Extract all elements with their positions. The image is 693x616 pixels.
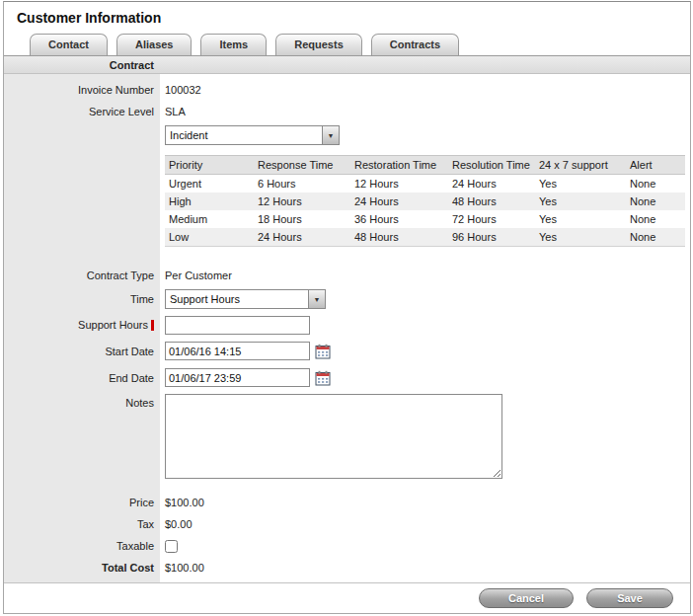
- invoice-number-value: 100032: [160, 79, 690, 101]
- time-label: Time: [4, 286, 160, 312]
- process-select[interactable]: Incident ▼: [165, 125, 340, 145]
- time-select[interactable]: Support Hours ▼: [165, 289, 326, 309]
- support-hours-row: Support Hours: [4, 312, 690, 338]
- price-value: $100.00: [160, 492, 690, 513]
- notes-label: Notes: [4, 391, 160, 486]
- action-bar: Cancel Save: [4, 582, 690, 613]
- tab-contracts[interactable]: Contracts: [371, 34, 459, 55]
- section-title: Contract: [4, 59, 160, 71]
- calendar-icon[interactable]: [315, 370, 331, 386]
- page-title: Customer Information: [4, 2, 690, 33]
- contract-type-row: Contract Type Per Customer: [4, 265, 690, 286]
- contract-section-header: Contract: [4, 56, 690, 74]
- end-date-label: End Date: [4, 364, 160, 391]
- sla-row: High12 Hours24 Hours48 HoursYesNone: [165, 192, 685, 210]
- time-row: Time Support Hours ▼: [4, 286, 690, 312]
- service-level-value: SLA: [160, 101, 690, 122]
- tax-row: Tax $0.00: [4, 513, 690, 535]
- contract-type-label: Contract Type: [4, 265, 160, 286]
- sla-column-header: Priority: [165, 156, 254, 175]
- required-marker: [151, 320, 154, 331]
- dropdown-arrow-icon: ▼: [322, 126, 339, 144]
- customer-information-page: Customer Information Contact Aliases Ite…: [3, 1, 691, 614]
- tab-requests[interactable]: Requests: [275, 34, 362, 55]
- total-cost-value: $100.00: [160, 557, 690, 578]
- end-date-input[interactable]: [165, 368, 310, 387]
- sla-column-header: 24 x 7 support: [535, 156, 626, 175]
- save-button[interactable]: Save: [586, 588, 673, 608]
- tab-contact[interactable]: Contact: [30, 34, 108, 55]
- service-level-label: Service Level: [4, 101, 160, 122]
- tab-bar: Contact Aliases Items Requests Contracts: [30, 34, 690, 55]
- sla-row: Urgent6 Hours12 Hours24 HoursYesNone: [165, 175, 685, 193]
- time-select-value: Support Hours: [166, 290, 308, 308]
- calendar-icon[interactable]: [315, 344, 331, 359]
- dropdown-arrow-icon: ▼: [308, 290, 325, 308]
- sla-header-row: PriorityResponse TimeRestoration TimeRes…: [165, 156, 685, 175]
- invoice-number-label: Invoice Number: [4, 79, 160, 101]
- taxable-checkbox[interactable]: [165, 540, 178, 553]
- start-date-label: Start Date: [4, 338, 160, 364]
- tax-value: $0.00: [160, 513, 690, 535]
- sla-table: PriorityResponse TimeRestoration TimeRes…: [165, 155, 685, 247]
- tab-items[interactable]: Items: [200, 34, 267, 55]
- sla-row: Medium18 Hours36 Hours72 HoursYesNone: [165, 210, 685, 228]
- sla-column-header: Restoration Time: [350, 156, 448, 175]
- sla-column-header: Alert: [626, 156, 685, 175]
- taxable-label: Taxable: [4, 535, 160, 557]
- support-hours-label: Support Hours: [78, 319, 148, 331]
- cancel-button[interactable]: Cancel: [479, 588, 574, 608]
- sla-table-row: PriorityResponse TimeRestoration TimeRes…: [4, 148, 690, 247]
- price-label: Price: [4, 492, 160, 513]
- support-hours-input[interactable]: [165, 316, 310, 335]
- total-cost-label: Total Cost: [4, 557, 160, 578]
- price-row: Price $100.00: [4, 492, 690, 513]
- contract-panel: Contract Invoice Number 100032 Service L…: [4, 55, 690, 586]
- contract-type-value: Per Customer: [160, 265, 690, 286]
- sla-column-header: Resolution Time: [448, 156, 535, 175]
- end-date-row: End Date: [4, 364, 690, 391]
- taxable-row: Taxable: [4, 535, 690, 557]
- sla-row: Low24 Hours48 Hours96 HoursYesNone: [165, 228, 685, 247]
- notes-row: Notes: [4, 391, 690, 486]
- sla-column-header: Response Time: [254, 156, 350, 175]
- start-date-row: Start Date: [4, 338, 690, 364]
- notes-textarea[interactable]: [165, 394, 502, 479]
- process-select-row: Incident ▼: [4, 122, 690, 148]
- total-cost-row: Total Cost $100.00: [4, 557, 690, 578]
- start-date-input[interactable]: [165, 342, 310, 360]
- tab-aliases[interactable]: Aliases: [116, 34, 192, 55]
- process-select-value: Incident: [166, 126, 322, 144]
- tax-label: Tax: [4, 513, 160, 535]
- invoice-number-row: Invoice Number 100032: [4, 79, 690, 101]
- service-level-row: Service Level SLA: [4, 101, 690, 122]
